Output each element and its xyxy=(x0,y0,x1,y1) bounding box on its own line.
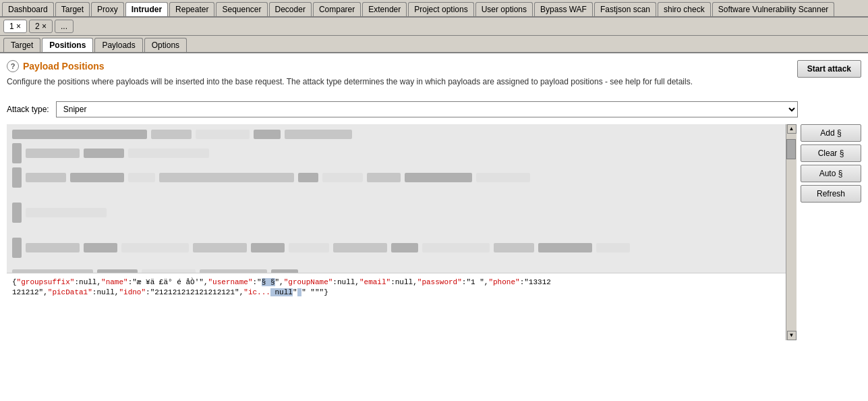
scroll-thumb-area[interactable] xyxy=(786,134,797,331)
tab-software-vuln-scanner[interactable]: Software Vulnerability Scanner xyxy=(712,2,835,16)
tab-project-options[interactable]: Project options xyxy=(408,2,473,16)
section-tab-payloads[interactable]: Payloads xyxy=(94,38,142,52)
tab-user-options[interactable]: User options xyxy=(475,2,533,16)
tab-sequencer[interactable]: Sequencer xyxy=(216,2,267,16)
payload-description: Configure the positions where payloads w… xyxy=(7,76,693,88)
section-tabs-row: Target Positions Payloads Options xyxy=(0,36,868,53)
request-tabs-row: 1 × 2 × ... xyxy=(0,18,868,36)
tab-shiro-check[interactable]: shiro check xyxy=(658,2,711,16)
auto-section-button[interactable]: Auto § xyxy=(801,165,861,182)
start-attack-button[interactable]: Start attack xyxy=(797,60,861,78)
request-editor[interactable]: {"groupsuffix":null,"name":"æ ¥ä £ä° é å… xyxy=(7,124,797,340)
tab-fastjson-scan[interactable]: Fastjson scan xyxy=(594,2,656,16)
tab-proxy[interactable]: Proxy xyxy=(91,2,124,16)
request-tab-1[interactable]: 1 × xyxy=(3,20,27,33)
tab-extender[interactable]: Extender xyxy=(362,2,407,16)
add-section-button[interactable]: Add § xyxy=(801,124,861,142)
tab-intruder[interactable]: Intruder xyxy=(125,2,168,16)
payload-header: ? Payload Positions Configure the positi… xyxy=(7,60,861,96)
tab-target[interactable]: Target xyxy=(55,2,90,16)
top-navigation: Dashboard Target Proxy Intruder Repeater… xyxy=(0,0,868,18)
refresh-button[interactable]: Refresh xyxy=(801,185,861,203)
help-icon[interactable]: ? xyxy=(7,60,19,72)
code-content-area[interactable]: {"groupsuffix":null,"name":"æ ¥ä £ä° é å… xyxy=(7,273,786,320)
tab-comparer[interactable]: Comparer xyxy=(313,2,361,16)
tab-repeater[interactable]: Repeater xyxy=(169,2,214,16)
request-tab-2[interactable]: 2 × xyxy=(29,20,53,33)
main-content: ? Payload Positions Configure the positi… xyxy=(0,53,868,401)
editor-content-area: {"groupsuffix":null,"name":"æ ¥ä £ä° é å… xyxy=(7,124,786,340)
side-buttons-panel: Add § Clear § Auto § Refresh xyxy=(801,124,861,340)
tab-bypass-waf[interactable]: Bypass WAF xyxy=(534,2,593,16)
section-tab-positions[interactable]: Positions xyxy=(42,38,93,52)
section-tab-options[interactable]: Options xyxy=(144,38,187,52)
blurred-request-area xyxy=(7,124,786,273)
attack-type-label: Attack type: xyxy=(7,105,49,114)
editor-scrollbar[interactable]: ▲ ▼ xyxy=(786,124,797,340)
code-line-1: {"groupsuffix":null,"name":"æ ¥ä £ä° é å… xyxy=(12,277,780,288)
code-line-2: 121212","picData1":null,"idno":"21212121… xyxy=(12,288,780,298)
scroll-thumb[interactable] xyxy=(786,139,796,159)
attack-type-select[interactable]: Sniper Battering ram Pitchfork Cluster b… xyxy=(56,101,798,117)
request-tab-more[interactable]: ... xyxy=(55,20,74,33)
scroll-down-arrow[interactable]: ▼ xyxy=(787,331,797,340)
payload-title: Payload Positions xyxy=(23,61,105,72)
tab-dashboard[interactable]: Dashboard xyxy=(2,2,54,16)
editor-area: {"groupsuffix":null,"name":"æ ¥ä £ä° é å… xyxy=(7,124,861,340)
section-tab-target[interactable]: Target xyxy=(3,38,40,52)
clear-section-button[interactable]: Clear § xyxy=(801,144,861,162)
scroll-up-arrow[interactable]: ▲ xyxy=(787,124,797,134)
tab-decoder[interactable]: Decoder xyxy=(269,2,312,16)
attack-type-row: Attack type: Sniper Battering ram Pitchf… xyxy=(7,101,861,117)
